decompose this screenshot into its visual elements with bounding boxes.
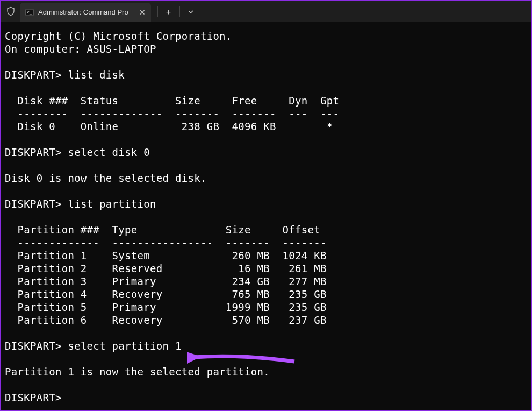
computer-line: On computer: ASUS-LAPTOP (5, 43, 156, 55)
terminal-icon: >_ (25, 8, 34, 17)
add-tab-button[interactable]: ＋ (159, 3, 178, 22)
terminal-output[interactable]: Copyright (C) Microsoft Corporation. On … (1, 22, 531, 409)
disk-table-header: Disk ### Status Size Free Dyn Gpt (5, 95, 339, 107)
shield-icon (6, 6, 16, 16)
partition-table-rule: ------------- ---------------- ------- -… (5, 237, 327, 249)
divider (179, 6, 180, 17)
table-row: Partition 1 System 260 MB 1024 KB (5, 250, 327, 261)
table-row: Partition 4 Recovery 765 MB 235 GB (5, 288, 327, 300)
chevron-down-icon (188, 8, 194, 17)
tab-command-prompt[interactable]: >_ Administrator: Command Pro ✕ (20, 3, 151, 22)
table-row: Disk 0 Online 238 GB 4096 KB * (5, 121, 333, 132)
divider (157, 6, 158, 17)
close-icon[interactable]: ✕ (139, 8, 146, 17)
disk-table-rule: -------- ------------- ------- ------- -… (5, 108, 339, 119)
command-select-disk: select disk 0 (68, 146, 150, 158)
table-row: Partition 5 Primary 1999 MB 235 GB (5, 301, 327, 313)
prompt: DISKPART> (5, 392, 62, 403)
tab-dropdown-button[interactable] (181, 3, 200, 22)
svg-text:>_: >_ (27, 10, 32, 15)
table-row: Partition 3 Primary 234 GB 277 MB (5, 275, 327, 287)
command-list-disk: list disk (68, 69, 125, 81)
select-disk-message: Disk 0 is now the selected disk. (5, 172, 207, 184)
titlebar: >_ Administrator: Command Pro ✕ ＋ (1, 1, 531, 22)
select-partition-message: Partition 1 is now the selected partitio… (5, 366, 270, 378)
plus-icon: ＋ (164, 7, 172, 17)
prompt: DISKPART> (5, 340, 62, 352)
prompt: DISKPART> (5, 69, 62, 81)
copyright-line: Copyright (C) Microsoft Corporation. (5, 30, 232, 42)
partition-table-header: Partition ### Type Size Offset (5, 224, 320, 236)
prompt: DISKPART> (5, 198, 62, 210)
command-list-partition: list partition (68, 198, 156, 210)
tab-title: Administrator: Command Pro (38, 8, 128, 16)
table-row: Partition 2 Reserved 16 MB 261 MB (5, 263, 327, 274)
command-select-partition: select partition 1 (68, 340, 181, 352)
table-row: Partition 6 Recovery 570 MB 237 GB (5, 314, 327, 326)
prompt: DISKPART> (5, 146, 62, 158)
